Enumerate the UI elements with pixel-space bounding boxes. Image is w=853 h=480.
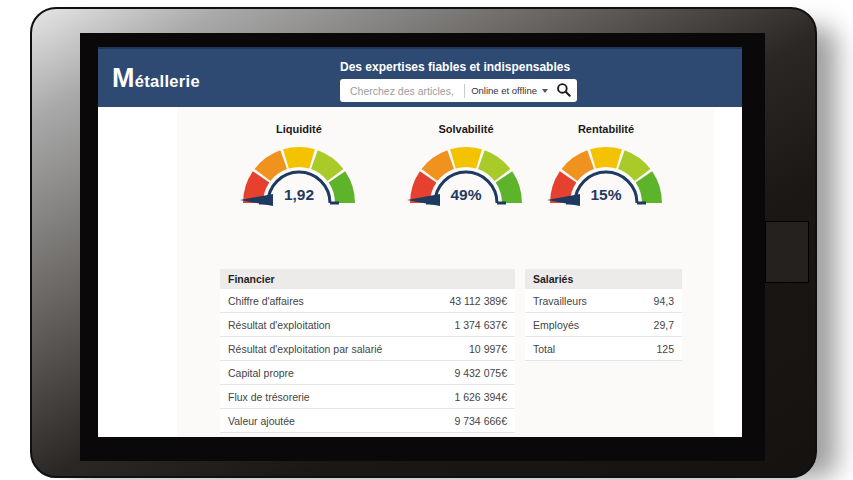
- table-row: Résultat d'exploitation par salarié 10 9…: [220, 337, 515, 361]
- row-value: 1 374 637€: [454, 319, 507, 331]
- table-row: Travailleurs 94,3: [525, 289, 682, 313]
- row-label: Flux de trésorerie: [228, 391, 310, 403]
- row-label: Total: [533, 343, 555, 355]
- row-value: 10 997€: [469, 343, 507, 355]
- browser-viewport: Métallerie Des expertises fiables et ind…: [98, 47, 742, 437]
- logo[interactable]: Métallerie: [112, 65, 200, 92]
- row-value: 125: [656, 343, 674, 355]
- gauge-solvabilite: Solvabilité 49%: [404, 123, 528, 211]
- row-label: Travailleurs: [533, 295, 587, 307]
- table-header: Financier: [220, 269, 515, 289]
- table-financier: Financier Chiffre d'affaires 43 112 389€…: [220, 269, 515, 433]
- row-value: 94,3: [654, 295, 674, 307]
- table-row: Total 125: [525, 337, 682, 361]
- header-center: Des expertises fiables et indispensables…: [340, 60, 577, 102]
- row-value: 9 432 075€: [454, 367, 507, 379]
- row-value: 29,7: [654, 319, 674, 331]
- row-label: Employés: [533, 319, 579, 331]
- table-header: Salariés: [525, 269, 682, 289]
- gauge-title: Solvabilité: [404, 123, 528, 135]
- table-row: Employés 29,7: [525, 313, 682, 337]
- gauge-title: Liquidité: [237, 123, 361, 135]
- table-row: Capital propre 9 432 075€: [220, 361, 515, 385]
- table-row: Chiffre d'affaires 43 112 389€: [220, 289, 515, 313]
- tablet-device: Métallerie Des expertises fiables et ind…: [30, 7, 817, 478]
- row-label: Chiffre d'affaires: [228, 295, 304, 307]
- row-label: Capital propre: [228, 367, 294, 379]
- gauge-value: 15%: [590, 186, 621, 203]
- gauge-chart: 1,92: [239, 143, 359, 207]
- row-value: 43 112 389€: [449, 295, 507, 307]
- table-salaries: Salariés Travailleurs 94,3 Employés 29,7…: [525, 269, 682, 361]
- gauge-value: 1,92: [284, 186, 314, 203]
- search-filter-dropdown[interactable]: Online et offline: [471, 85, 548, 96]
- gauge-liquidite: Liquidité 1,92: [237, 123, 361, 211]
- site-header: Métallerie Des expertises fiables et ind…: [98, 47, 742, 107]
- table-row: Valeur ajoutée 9 734 666€: [220, 409, 515, 433]
- screen-bezel: Métallerie Des expertises fiables et ind…: [80, 33, 765, 461]
- row-value: 9 734 666€: [454, 415, 507, 427]
- row-label: Résultat d'exploitation: [228, 319, 330, 331]
- gauge-chart: 15%: [546, 143, 666, 207]
- row-label: Résultat d'exploitation par salarié: [228, 343, 382, 355]
- table-row: Flux de trésorerie 1 626 394€: [220, 385, 515, 409]
- search-divider: [464, 84, 465, 98]
- device-side-port: [765, 221, 809, 283]
- search-input[interactable]: [348, 84, 458, 98]
- search-submit-button[interactable]: [548, 82, 571, 100]
- page-background: Métallerie Des expertises fiables et ind…: [0, 0, 853, 480]
- search-filter-value: Online et offline: [471, 85, 537, 96]
- gauge-rentabilite: Rentabilité 15%: [544, 123, 668, 211]
- search-bar: Online et offline: [340, 79, 577, 102]
- row-label: Valeur ajoutée: [228, 415, 295, 427]
- row-value: 1 626 394€: [454, 391, 507, 403]
- magnifier-icon: [556, 82, 571, 100]
- gauge-title: Rentabilité: [544, 123, 668, 135]
- gauge-value: 49%: [450, 186, 481, 203]
- gauge-chart: 49%: [406, 143, 526, 207]
- table-row: Résultat d'exploitation 1 374 637€: [220, 313, 515, 337]
- header-tagline: Des expertises fiables et indispensables: [340, 60, 577, 74]
